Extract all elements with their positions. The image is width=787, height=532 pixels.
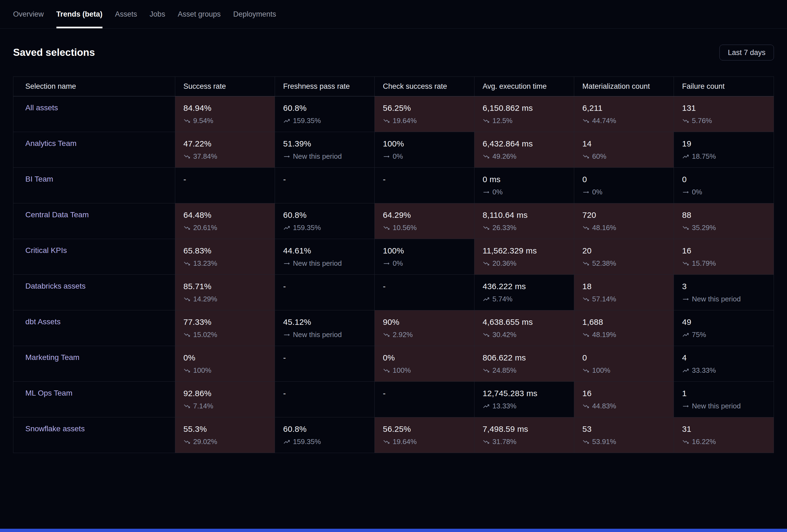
metric-value: 60.8% [283, 104, 375, 113]
trending-down-icon [682, 224, 689, 231]
trending-down-icon [184, 117, 190, 125]
selection-link-dbt-assets[interactable]: dbt Assets [25, 317, 61, 326]
trend-value: 16.22% [692, 438, 716, 446]
metric-cell: 8,110.64 ms26.33% [474, 203, 574, 239]
selection-link-all-assets[interactable]: All assets [25, 104, 58, 112]
metric-cell: 44.61%New this period [275, 239, 375, 274]
trending-down-icon [483, 224, 490, 231]
metric-cell: 51.39%New this period [275, 132, 375, 168]
metric-value: 51.39% [283, 139, 375, 148]
tab-jobs[interactable]: Jobs [150, 0, 165, 28]
selection-link-bi-team[interactable]: BI Team [25, 175, 53, 183]
trending-flat-icon [483, 189, 490, 196]
trend-value: 44.83% [592, 402, 616, 410]
trend-value: New this period [692, 295, 741, 303]
selection-link-central-data-team[interactable]: Central Data Team [25, 210, 89, 219]
trend-value: 19.64% [393, 438, 417, 446]
trending-up-icon [682, 153, 689, 160]
selection-name-cell: Databricks assets [13, 275, 175, 310]
metric-value: 60.8% [283, 424, 375, 434]
trend-value: 13.33% [492, 402, 516, 410]
metric-value: - [283, 282, 375, 291]
metric-value: 90% [383, 317, 474, 327]
trend-value: 57.14% [592, 295, 616, 303]
metric-value: 65.83% [184, 246, 275, 256]
trending-flat-icon [582, 189, 590, 196]
trend-value: 15.02% [193, 331, 217, 339]
trend-indicator: 48.19% [582, 331, 674, 339]
metric-value: 7,498.59 ms [483, 424, 574, 434]
selection-link-snowflake-assets[interactable]: Snowflake assets [25, 424, 85, 433]
trending-down-icon [483, 331, 490, 338]
trend-indicator: 5.76% [682, 116, 774, 125]
column-header-success-rate: Success rate [175, 77, 275, 96]
metric-cell: 64.48%20.61% [175, 203, 275, 239]
metric-value: - [383, 175, 474, 184]
trend-indicator: 16.22% [682, 438, 774, 446]
metric-cell: 1857.14% [574, 275, 674, 310]
metric-value: 12,745.283 ms [483, 389, 574, 398]
trending-down-icon [582, 260, 590, 267]
trending-down-icon [184, 296, 190, 303]
trend-indicator: 20.36% [483, 259, 574, 268]
selection-name-cell: All assets [13, 96, 175, 132]
metric-value: 8,110.64 ms [483, 210, 574, 220]
selection-link-databricks-assets[interactable]: Databricks assets [25, 282, 86, 290]
trending-flat-icon [383, 153, 390, 160]
trend-value: 0% [393, 152, 403, 161]
trend-indicator: 49.26% [483, 152, 574, 161]
metric-cell: 0%100% [175, 346, 275, 381]
metric-cell: 100%0% [375, 132, 474, 168]
tab-trends-beta[interactable]: Trends (beta) [57, 0, 103, 28]
trend-indicator: 15.79% [682, 259, 774, 268]
tab-assets[interactable]: Assets [115, 0, 137, 28]
trend-value: 33.33% [692, 366, 716, 375]
selection-name-cell: Critical KPIs [13, 239, 175, 274]
tab-deployments[interactable]: Deployments [233, 0, 276, 28]
trend-indicator: 159.35% [283, 116, 375, 125]
selection-link-ml-ops-team[interactable]: ML Ops Team [25, 389, 72, 397]
trend-value: 60% [592, 152, 606, 161]
metric-value: 11,562.329 ms [483, 246, 574, 256]
metric-cell: 90%2.92% [375, 310, 474, 346]
trend-indicator: 29.02% [184, 438, 275, 446]
trend-value: 20.61% [193, 223, 217, 232]
metric-cell: 00% [574, 168, 674, 203]
metric-value: 436.222 ms [483, 282, 574, 291]
trend-value: New this period [293, 152, 342, 161]
selection-link-critical-kpis[interactable]: Critical KPIs [25, 246, 67, 254]
metric-cell: 1New this period [674, 382, 774, 417]
metric-value: 64.29% [383, 210, 474, 220]
trending-down-icon [582, 117, 590, 125]
metric-cell: - [375, 382, 474, 417]
metric-value: - [283, 389, 375, 398]
metric-cell: 3116.22% [674, 417, 774, 453]
date-range-button[interactable]: Last 7 days [719, 45, 774, 61]
selection-link-marketing-team[interactable]: Marketing Team [25, 353, 80, 361]
trending-flat-icon [682, 403, 689, 410]
trending-down-icon [383, 367, 390, 374]
trend-indicator: New this period [682, 295, 774, 303]
metric-value: 0 [582, 353, 674, 362]
tab-asset-groups[interactable]: Asset groups [178, 0, 221, 28]
trend-indicator: 26.33% [483, 223, 574, 232]
tab-overview[interactable]: Overview [13, 0, 44, 28]
trend-indicator: 0% [383, 259, 474, 268]
selection-link-analytics-team[interactable]: Analytics Team [25, 139, 77, 148]
trend-value: 18.75% [692, 152, 716, 161]
metric-value: 56.25% [383, 104, 474, 113]
metric-cell: 64.29%10.56% [375, 203, 474, 239]
trending-down-icon [184, 403, 190, 410]
table-row: BI Team---0 ms0%00%00% [13, 168, 774, 203]
trend-value: New this period [293, 331, 342, 339]
trending-down-icon [582, 331, 590, 338]
column-header-selection-name: Selection name [13, 77, 175, 96]
metric-value: 0% [184, 353, 275, 362]
metric-value: 49 [682, 317, 774, 327]
trend-indicator: 5.74% [483, 295, 574, 303]
trend-indicator: 0% [582, 188, 674, 196]
trending-up-icon [283, 117, 290, 125]
saved-selections-table: Selection nameSuccess rateFreshness pass… [13, 76, 774, 453]
trend-indicator: 33.33% [682, 366, 774, 375]
trending-down-icon [483, 367, 490, 374]
